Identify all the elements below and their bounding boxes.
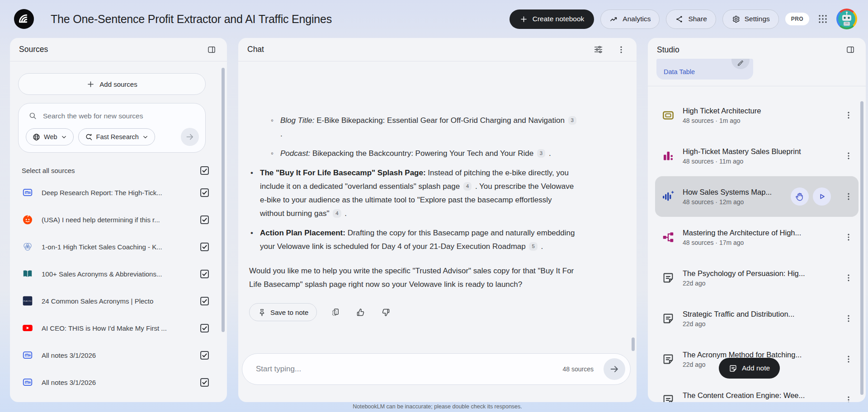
studio-item[interactable]: Mastering the Architecture of High...48 … xyxy=(655,217,859,258)
save-to-note-button[interactable]: Save to note xyxy=(249,303,317,321)
select-all-label: Select all sources xyxy=(22,167,75,174)
thumbs-down-icon[interactable] xyxy=(379,306,392,319)
search-icon xyxy=(28,112,37,120)
source-checkbox[interactable] xyxy=(200,297,209,305)
studio-item[interactable]: The Psychology of Persuasion: Hig...22d … xyxy=(655,258,859,298)
research-mode-dropdown[interactable]: Fast Research xyxy=(78,128,155,145)
share-button[interactable]: Share xyxy=(666,9,716,29)
venn-icon xyxy=(22,241,33,253)
source-checkbox[interactable] xyxy=(200,243,209,251)
chat-input[interactable]: Start typing... 48 sources xyxy=(242,353,631,385)
source-list: Deep Research Report: The High-Tick...(U… xyxy=(10,179,227,396)
studio-scrollbar[interactable] xyxy=(860,101,863,395)
studio-item-meta: 48 sources · 1m ago xyxy=(683,117,834,124)
search-placeholder: Search the web for new sources xyxy=(43,112,143,120)
source-row[interactable]: AI CEO: THIS is How I'd Make My First ..… xyxy=(10,314,227,342)
chat-paragraph: Would you like me to help you write the … xyxy=(249,264,578,291)
studio-list: High Ticket Architecture48 sources · 1m … xyxy=(648,95,866,402)
settings-button[interactable]: Settings xyxy=(722,9,779,29)
analytics-button[interactable]: Analytics xyxy=(600,9,660,29)
studio-item[interactable]: Strategic Traffic and Distribution...22d… xyxy=(655,298,859,339)
create-notebook-button[interactable]: Create notebook xyxy=(509,9,594,29)
web-filter-dropdown[interactable]: Web xyxy=(26,128,74,145)
play-audio-button[interactable] xyxy=(813,187,831,206)
source-checkbox[interactable] xyxy=(200,378,209,387)
source-row[interactable]: 100+ Sales Acronyms & Abbreviations... xyxy=(10,260,227,287)
svg-text:PLECTO: PLECTO xyxy=(24,300,32,302)
more-options-icon[interactable] xyxy=(841,311,856,326)
add-note-label: Add note xyxy=(742,364,770,372)
source-row[interactable]: Deep Research Report: The High-Tick... xyxy=(10,179,227,206)
more-options-icon[interactable] xyxy=(841,393,856,402)
assistant-message: ◦Blog Title: E-Bike Bikepacking: Essenti… xyxy=(249,114,578,291)
studio-item-title: The Content Creation Engine: Wee... xyxy=(683,391,834,400)
citation-chip[interactable]: 4 xyxy=(463,182,472,191)
studio-item-title: Strategic Traffic and Distribution... xyxy=(683,310,834,318)
studio-item[interactable]: The Content Creation Engine: Wee...22d a… xyxy=(655,379,859,402)
citation-chip[interactable]: 3 xyxy=(568,116,576,125)
search-input[interactable]: Search the web for new sources xyxy=(26,112,199,120)
source-title: AI CEO: THIS is How I'd Make My First ..… xyxy=(42,324,192,332)
search-submit-button[interactable] xyxy=(181,128,199,146)
source-row[interactable]: (USA) I need help determining if this r.… xyxy=(10,206,227,233)
studio-item[interactable]: High Ticket Architecture48 sources · 1m … xyxy=(655,95,859,136)
studio-item[interactable]: High-Ticket Mastery Sales Blueprint48 so… xyxy=(655,136,859,176)
more-options-icon[interactable] xyxy=(841,108,856,122)
source-row[interactable]: PLECTO24 Common Sales Acronyms | Plecto xyxy=(10,287,227,314)
notebooklm-app: The One-Sentence Profit Extractor and AI… xyxy=(0,0,868,412)
apps-grid-icon[interactable] xyxy=(816,12,830,26)
thumbs-up-icon[interactable] xyxy=(354,306,367,319)
share-label: Share xyxy=(688,15,707,23)
source-checkbox[interactable] xyxy=(200,270,209,278)
chat-bullet: •Action Plan Placement: Drafting the cop… xyxy=(249,226,578,253)
collapse-studio-panel-icon[interactable] xyxy=(844,43,857,56)
source-checkbox[interactable] xyxy=(200,188,209,197)
notebook-title: The One-Sentence Profit Extractor and AI… xyxy=(51,13,332,26)
edit-icon[interactable] xyxy=(731,59,750,69)
source-title: All notes 3/1/2026 xyxy=(42,379,192,386)
source-checkbox[interactable] xyxy=(200,351,209,360)
chat-scrollbar[interactable] xyxy=(632,337,635,351)
interactive-mode-hand-button[interactable] xyxy=(791,187,809,206)
studio-panel: Studio Data Table High Ticket Architectu… xyxy=(648,38,866,402)
data-table-card[interactable]: Data Table xyxy=(656,59,753,80)
chat-text: Blog Title: xyxy=(280,116,314,125)
citation-chip[interactable]: 5 xyxy=(529,242,537,251)
studio-item-meta: 22d ago xyxy=(683,280,834,287)
more-options-icon[interactable] xyxy=(841,230,856,244)
send-button[interactable] xyxy=(604,358,625,380)
studio-item[interactable]: How Sales Systems Map...48 sources · 12m… xyxy=(655,176,859,217)
studio-item-title: High Ticket Architecture xyxy=(683,107,834,115)
notebooklm-logo-icon[interactable] xyxy=(14,9,34,29)
chat-more-options-icon[interactable] xyxy=(615,43,627,56)
source-row[interactable]: 1-on-1 High Ticket Sales Coaching - K... xyxy=(10,233,227,260)
source-row[interactable]: All notes 3/1/2026 xyxy=(10,369,227,396)
select-all-checkbox[interactable] xyxy=(200,166,209,175)
studio-item-text: The Content Creation Engine: Wee...22d a… xyxy=(683,391,834,403)
citation-chip[interactable]: 4 xyxy=(333,209,341,218)
source-checkbox[interactable] xyxy=(200,324,209,332)
more-options-icon[interactable] xyxy=(841,352,856,366)
source-row[interactable]: All notes 3/1/2026 xyxy=(10,342,227,369)
user-avatar[interactable] xyxy=(836,9,857,29)
studio-item-meta: 48 sources · 11m ago xyxy=(683,158,834,165)
top-header: The One-Sentence Profit Extractor and AI… xyxy=(0,0,868,38)
studio-item-title: Mastering the Architecture of High... xyxy=(683,229,834,237)
sources-panel-title: Sources xyxy=(19,45,48,54)
add-sources-button[interactable]: Add sources xyxy=(18,73,206,95)
more-options-icon[interactable] xyxy=(841,149,856,163)
add-note-button[interactable]: Add note xyxy=(719,358,780,379)
studio-item-title: High-Ticket Mastery Sales Blueprint xyxy=(683,147,834,156)
citation-chip[interactable]: 3 xyxy=(537,149,545,158)
collapse-sources-panel-icon[interactable] xyxy=(205,43,218,56)
source-checkbox[interactable] xyxy=(200,215,209,224)
chat-panel-title: Chat xyxy=(247,45,264,54)
chat-settings-tune-icon[interactable] xyxy=(592,43,605,56)
analytics-label: Analytics xyxy=(623,15,651,23)
more-options-icon[interactable] xyxy=(841,271,856,285)
mplus-icon xyxy=(22,187,33,198)
sources-scrollbar[interactable] xyxy=(222,68,225,332)
copy-icon[interactable] xyxy=(329,306,342,318)
spark-search-icon xyxy=(85,133,93,141)
more-options-icon[interactable] xyxy=(841,189,856,204)
